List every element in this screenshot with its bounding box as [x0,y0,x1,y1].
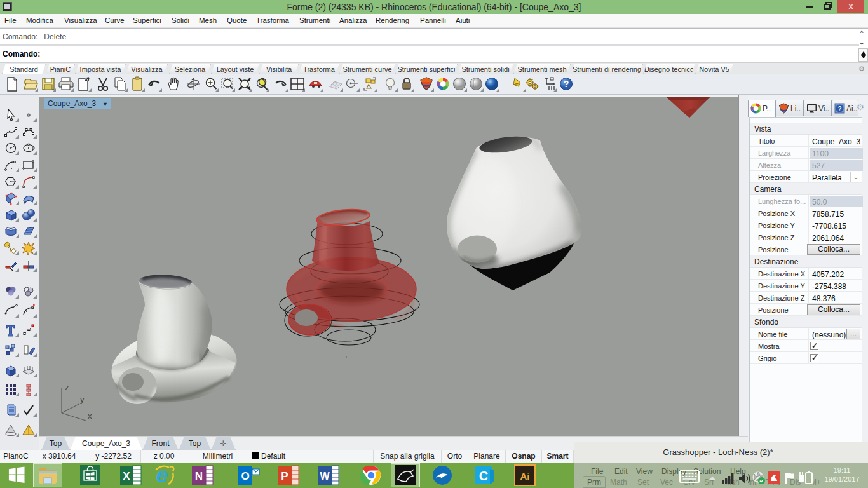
svg-text:?: ? [564,79,569,89]
svg-text:X: X [123,470,130,482]
svg-text:P: P [281,470,288,482]
svg-text:W: W [320,471,330,482]
svg-text:y: y [80,395,85,404]
svg-text:?: ? [837,105,841,112]
svg-text:x: x [88,411,92,421]
svg-text:C: C [479,469,488,483]
svg-text:e: e [156,464,168,487]
svg-text:z: z [65,383,69,392]
svg-text:Ai: Ai [520,471,530,482]
svg-text:O: O [241,470,249,482]
svg-text:N: N [195,470,203,482]
